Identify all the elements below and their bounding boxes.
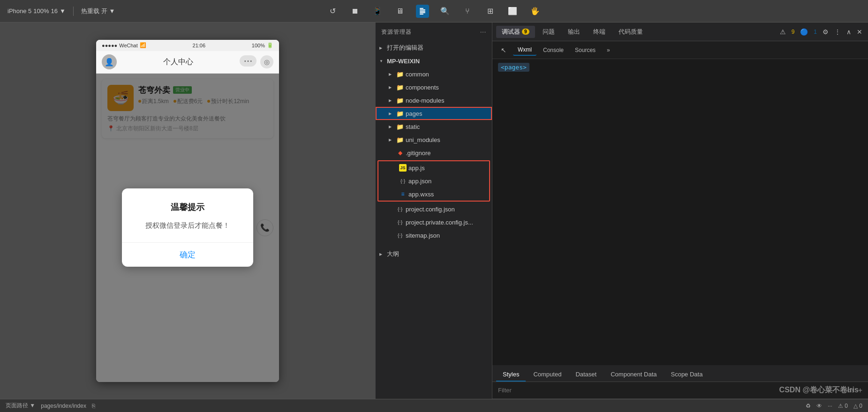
stop-icon[interactable]: ⏹ <box>348 5 362 18</box>
dialog-confirm-button[interactable]: 确定 <box>133 243 242 267</box>
tree-pages[interactable]: ▶ 📁 pages <box>376 107 492 120</box>
phone-icon[interactable]: 📱 <box>371 5 384 18</box>
gitignore-label: .gitignore <box>406 150 488 157</box>
filter-add-button[interactable]: + <box>858 386 862 395</box>
main-area: ●●●●● WeChat 📶 21:06 100% 🔋 👤 个人中心 • • •… <box>0 22 868 399</box>
inspector-tab-scope-data[interactable]: Scope Data <box>664 368 709 382</box>
tree-app-js[interactable]: JS app.js <box>378 161 489 174</box>
bottom-right: ♻ 👁 ··· ⚠ 0 △ 0 <box>806 403 862 409</box>
zoom-label: 100% <box>33 7 49 15</box>
desktop-icon[interactable]: 🖥 <box>393 5 407 18</box>
eye-bottom-icon[interactable]: 👁 <box>816 403 822 409</box>
settings-icon[interactable]: ⚙ <box>821 27 830 37</box>
outline-label: 大纲 <box>387 250 488 258</box>
debugger-label: 调试器 <box>502 28 520 36</box>
nav-scan-btn[interactable]: ◎ <box>260 55 273 68</box>
tab-output[interactable]: 输出 <box>562 26 586 38</box>
inspector-tab-styles[interactable]: Styles <box>496 368 526 382</box>
search-toolbar-icon[interactable]: 🔍 <box>438 5 452 18</box>
filetree-more-icon[interactable]: ··· <box>480 29 486 35</box>
warning-icon: ⚠ <box>778 27 788 37</box>
device-selector[interactable]: iPhone 5 100% 16 ▼ <box>8 7 66 15</box>
devtools-action-icons: ⚠ 9 🔵 1 ⚙ ⋮ ∧ ✕ <box>778 27 864 37</box>
hand-icon[interactable]: 🖐 <box>528 5 542 18</box>
dialog-buttons: 确定 <box>133 243 242 267</box>
chevron-up-icon[interactable]: ∧ <box>845 27 853 37</box>
inspector-tab-dataset[interactable]: Dataset <box>569 368 603 382</box>
tree-open-editors[interactable]: ▶ 打开的编辑器 <box>376 41 492 54</box>
tree-components[interactable]: ▶ 📁 components <box>376 81 492 94</box>
subtab-more[interactable]: » <box>602 45 615 55</box>
tree-outline[interactable]: ▶ 大纲 <box>376 247 492 261</box>
phone-content: 🍜 苍穹外卖 营业中 距离1.5km <box>96 74 279 382</box>
static-arrow: ▶ <box>389 125 394 129</box>
refresh-bottom-icon[interactable]: ♻ <box>806 403 811 409</box>
json-icon: {·} <box>396 232 404 239</box>
status-left: ●●●●● WeChat 📶 <box>102 42 146 48</box>
tree-mp-weixin[interactable]: ▼ MP-WEIXIN <box>376 54 492 67</box>
subtab-console[interactable]: Console <box>538 45 568 55</box>
devtools-subtoolbar: ↖ Wxml Console Sources » <box>492 41 868 59</box>
subtab-cursor[interactable]: ↖ <box>496 45 511 56</box>
frame-label: 16 <box>51 7 58 15</box>
refresh-icon[interactable]: ↺ <box>326 5 339 18</box>
code-quality-label: 代码质量 <box>619 28 643 36</box>
more-bottom-icon[interactable]: ··· <box>828 403 832 409</box>
error-bottom-icon: △ 0 <box>853 403 862 409</box>
subtab-wxml[interactable]: Wxml <box>513 45 536 56</box>
tree-uni-modules[interactable]: ▶ 📁 uni_modules <box>376 133 492 146</box>
copy-path-icon[interactable]: ⎘ <box>92 403 95 409</box>
svg-rect-1 <box>420 9 425 10</box>
app-json-label: app.json <box>408 178 485 185</box>
pages-node-tag[interactable]: <pages> <box>498 63 529 72</box>
tab-debugger[interactable]: 调试器 9 <box>496 26 535 38</box>
files-icon[interactable] <box>416 5 429 18</box>
outline-arrow: ▶ <box>379 252 385 256</box>
app-js-label: app.js <box>408 165 485 172</box>
hotreload-toggle[interactable]: 热重载 开 ▼ <box>81 7 115 15</box>
filter-input[interactable] <box>498 387 842 394</box>
node-modules-arrow: ▶ <box>389 98 394 103</box>
warning-count: 9 <box>790 28 797 36</box>
filetree-body: ▶ 打开的编辑器 ▼ MP-WEIXIN ▶ 📁 common ▶ 📁 comp… <box>376 41 492 399</box>
close-icon[interactable]: ✕ <box>855 27 864 37</box>
tree-app-json[interactable]: {·} app.json <box>378 174 489 187</box>
battery-icon: 🔋 <box>267 42 273 48</box>
svg-rect-4 <box>420 14 423 15</box>
nav-more-btn[interactable]: • • • <box>240 55 257 67</box>
tree-project-private[interactable]: {·} project.private.config.js... <box>376 216 492 229</box>
svg-rect-0 <box>420 8 423 9</box>
more-icon[interactable]: ⋮ <box>832 27 843 37</box>
tree-static[interactable]: ▶ 📁 static <box>376 120 492 133</box>
subtab-sources[interactable]: Sources <box>570 45 600 55</box>
tab-terminal[interactable]: 终端 <box>588 26 611 38</box>
project-private-label: project.private.config.js... <box>406 219 488 226</box>
node-modules-label: node-modules <box>406 97 488 104</box>
battery-pct: 100% <box>252 43 265 48</box>
tab-code-quality[interactable]: 代码质量 <box>613 26 649 38</box>
carrier-dots: ●●●●● <box>102 43 117 48</box>
branch-icon[interactable]: ⑂ <box>461 5 474 18</box>
json-icon: {·} <box>396 205 404 213</box>
tree-app-wxss[interactable]: ≡ app.wxss <box>378 187 489 201</box>
inspector-tab-computed[interactable]: Computed <box>527 368 568 382</box>
inspector-tab-component-data[interactable]: Component Data <box>604 368 663 382</box>
filetree-header: 资源管理器 ··· <box>376 22 492 41</box>
git-icon: ◆ <box>396 149 404 157</box>
extensions-icon[interactable]: ⬜ <box>506 5 519 18</box>
tab-issues[interactable]: 问题 <box>537 26 560 38</box>
components-label: components <box>406 84 488 91</box>
tree-node-modules[interactable]: ▶ 📁 node-modules <box>376 94 492 107</box>
phone-status-bar: ●●●●● WeChat 📶 21:06 100% 🔋 <box>96 40 279 51</box>
tree-common[interactable]: ▶ 📁 common <box>376 67 492 81</box>
grid-icon[interactable]: ⊞ <box>483 5 497 18</box>
filter-cls-label[interactable]: .cls <box>846 387 854 394</box>
json-icon: {·} <box>396 218 404 226</box>
tree-project-config[interactable]: {·} project.config.json <box>376 202 492 216</box>
folder-icon: 📁 <box>396 123 404 130</box>
tree-gitignore[interactable]: ◆ .gitignore <box>376 146 492 159</box>
bottom-bar: 页面路径 ▼ pages/index/index ⎘ ♻ 👁 ··· ⚠ 0 △… <box>0 399 868 412</box>
devtools-header: 调试器 9 问题 输出 终端 代码质量 ⚠ 9 🔵 1 ⚙ ⋮ <box>492 22 868 41</box>
tree-sitemap[interactable]: {·} sitemap.json <box>376 229 492 242</box>
bottom-left: 页面路径 ▼ pages/index/index ⎘ <box>6 402 95 410</box>
